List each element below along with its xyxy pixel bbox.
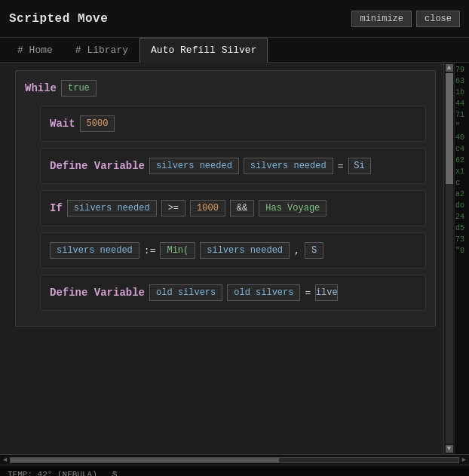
h-scrollbar-track[interactable] — [10, 457, 458, 463]
wait-line: Wait 5000 — [50, 112, 416, 135]
and-op: && — [230, 200, 254, 217]
if-keyword: If — [50, 202, 63, 214]
has-voyage[interactable]: Has Voyage — [259, 200, 326, 217]
equals-op: = — [338, 161, 344, 172]
gte-value[interactable]: 1000 — [190, 200, 225, 217]
partial-si: Si — [348, 158, 371, 174]
wait-block: Wait 5000 — [40, 106, 426, 142]
silvers-needed-1[interactable]: silvers needed — [149, 158, 239, 174]
app-title: Scripted Move — [9, 12, 108, 26]
define-variable-2-block: Define Variable old silvers old silvers … — [40, 275, 426, 311]
silvers-needed-3[interactable]: silvers needed — [67, 200, 157, 217]
while-block: While true Wait 5000 Define Variable sil… — [15, 70, 436, 327]
if-line: If silvers needed >= 1000 && Has Voyage — [50, 197, 416, 220]
assign-block: silvers needed := Min( silvers needed , … — [40, 232, 426, 269]
minimize-button[interactable]: minimize — [351, 11, 412, 27]
script-panel[interactable]: While true Wait 5000 Define Variable sil… — [0, 63, 443, 454]
define-variable-keyword: Define Variable — [50, 160, 145, 172]
wait-keyword: Wait — [50, 118, 75, 130]
temp-status: TEMP: 42° (NEBULA) — [8, 470, 97, 477]
silvers-needed-4[interactable]: silvers needed — [50, 242, 139, 259]
partial-s: S — [305, 242, 323, 259]
top-bar-buttons: minimize close — [351, 11, 460, 27]
h-scrollbar-thumb — [11, 458, 279, 462]
wait-value[interactable]: 5000 — [80, 115, 115, 132]
nested-block: Wait 5000 Define Variable silvers needed… — [40, 106, 426, 311]
silvers-needed-2[interactable]: silvers needed — [244, 158, 333, 174]
while-line: While true — [25, 77, 426, 100]
while-keyword: While — [25, 82, 57, 94]
silvers-needed-5[interactable]: silvers needed — [200, 242, 290, 259]
assign-line: silvers needed := Min( silvers needed , … — [50, 239, 416, 262]
if-block: If silvers needed >= 1000 && Has Voyage — [40, 190, 426, 226]
define-variable-keyword-2: Define Variable — [50, 287, 145, 299]
status-bar: TEMP: 42° (NEBULA) $ — [0, 465, 469, 476]
right-col: 79631b4471"40c462x1ca2do24d573"0 — [454, 63, 469, 454]
tab-bar: # Home # Library Auto Refill Silver — [0, 38, 469, 63]
gte-op: >= — [161, 200, 185, 217]
dollar-status: $ — [112, 470, 118, 477]
tab-library[interactable]: # Library — [64, 38, 139, 63]
define-variable-line: Define Variable silvers needed silvers n… — [50, 155, 416, 177]
vertical-scrollbar[interactable]: ▲ ▼ — [443, 63, 454, 454]
top-bar: Scripted Move minimize close — [0, 0, 469, 38]
comma: , — [294, 245, 300, 256]
main-area: While true Wait 5000 Define Variable sil… — [0, 63, 469, 454]
old-silvers-1[interactable]: old silvers — [149, 284, 222, 301]
silver-val: Silver — [315, 284, 338, 301]
define-variable-2-line: Define Variable old silvers old silvers … — [50, 281, 416, 304]
equals-op-2: = — [305, 287, 311, 299]
tab-home[interactable]: # Home — [6, 38, 64, 63]
while-condition[interactable]: true — [61, 80, 97, 97]
old-silvers-2[interactable]: old silvers — [227, 284, 300, 301]
tab-autorefill[interactable]: Auto Refill Silver — [139, 38, 268, 63]
define-variable-block: Define Variable silvers needed silvers n… — [40, 148, 426, 184]
close-button[interactable]: close — [416, 11, 460, 27]
min-func[interactable]: Min( — [160, 242, 195, 259]
bottom-scrollbar[interactable]: ◄ ► — [0, 454, 469, 465]
assign-op: := — [144, 245, 156, 256]
